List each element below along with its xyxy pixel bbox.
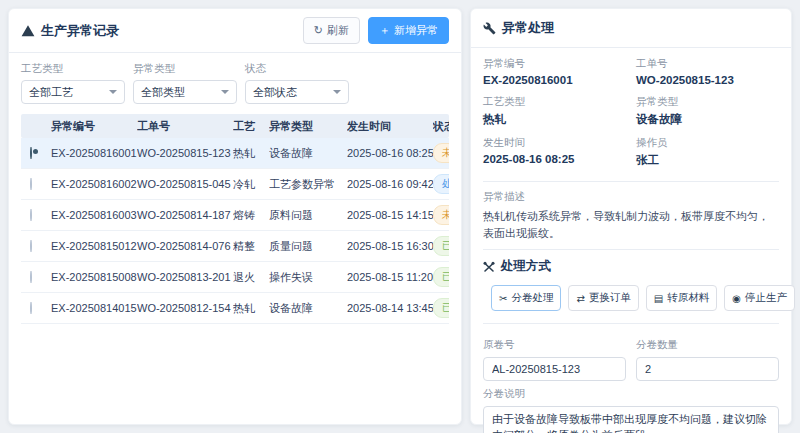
anomaly-type: 质量问题	[269, 239, 347, 254]
chevron-down-icon	[109, 90, 117, 94]
anomaly-id: EX-20250816003	[51, 209, 137, 221]
status-badge: 已处理	[433, 267, 449, 287]
anomaly-id: EX-20250816002	[51, 178, 137, 190]
table-row[interactable]: EX-20250815012 WO-20250814-076 精整 质量问题 2…	[21, 231, 449, 262]
row-radio-button[interactable]	[30, 302, 32, 314]
status-badge: 未处理	[433, 205, 449, 225]
filter-anomaly-label: 异常类型	[133, 62, 237, 76]
filter-anomaly-type: 异常类型 全部类型	[133, 62, 237, 104]
process-type-value: 全部工艺	[29, 85, 73, 100]
occur-time: 2025-08-16 09:42	[347, 178, 433, 190]
process: 热轧	[233, 146, 269, 161]
refresh-label: 刷新	[327, 23, 349, 38]
table-row[interactable]: EX-20250816001 WO-20250815-123 热轧 设备故障 2…	[21, 138, 449, 169]
to-raw-material-button[interactable]: ▤ 转原材料	[646, 285, 717, 311]
filter-process-label: 工艺类型	[21, 62, 125, 76]
row-radio-button[interactable]	[30, 271, 32, 283]
anomaly-type: 设备故障	[269, 301, 347, 316]
occur-time: 2025-08-14 13:45	[347, 302, 433, 314]
coil-number-label: 原卷号	[483, 338, 626, 352]
occur-time: 2025-08-15 16:30	[347, 240, 433, 252]
table-row[interactable]: EX-20250816003 WO-20250814-187 熔铸 原料问题 2…	[21, 200, 449, 231]
process: 冷轧	[233, 177, 269, 192]
refresh-icon: ↻	[314, 24, 323, 37]
stop-production-button[interactable]: ◉ 停止生产	[724, 285, 795, 311]
refresh-button[interactable]: ↻ 刷新	[303, 17, 360, 44]
warning-triangle-icon	[21, 24, 35, 38]
occur-time: 2025-08-15 11:20	[347, 271, 433, 283]
split-quantity-input[interactable]	[636, 357, 779, 381]
detail-label: 异常类型	[636, 95, 779, 109]
divider	[483, 181, 779, 182]
table-row[interactable]: EX-20250815008 WO-20250813-201 退火 操作失误 2…	[21, 262, 449, 293]
right-panel-title: 异常处理	[483, 19, 554, 37]
status-value: 全部状态	[253, 85, 297, 100]
anomaly-id: EX-20250815008	[51, 271, 137, 283]
filter-process-type: 工艺类型 全部工艺	[21, 62, 125, 104]
row-radio-button[interactable]	[30, 209, 32, 221]
to-raw-material-label: 转原材料	[667, 291, 709, 305]
detail-operator: 张工	[636, 153, 779, 168]
anomaly-id: EX-20250814015	[51, 302, 137, 314]
occur-time: 2025-08-16 08:25	[347, 147, 433, 159]
split-note-textarea[interactable]: 由于设备故障导致板带中部出现厚度不均问题，建议切除中间部分，将原卷分为前后两段	[483, 406, 779, 433]
coil-number-input[interactable]	[483, 357, 626, 381]
col-header-order: 工单号	[137, 119, 233, 134]
anomaly-type-select[interactable]: 全部类型	[133, 80, 237, 104]
process: 精整	[233, 239, 269, 254]
split-coil-button[interactable]: ✂ 分卷处理	[491, 285, 561, 311]
col-header-time: 发生时间	[347, 119, 433, 134]
swap-arrows-icon: ⇄	[576, 293, 584, 304]
process-type-select[interactable]: 全部工艺	[21, 80, 125, 104]
anomaly-type: 工艺参数异常	[269, 177, 347, 192]
detail-work-order: WO-20250815-123	[636, 74, 779, 86]
left-panel-title: 生产异常记录	[21, 22, 119, 40]
row-radio-button[interactable]	[30, 147, 32, 159]
col-header-status: 状态	[433, 119, 449, 134]
work-order: WO-20250812-154	[137, 302, 233, 314]
anomaly-type: 操作失误	[269, 270, 347, 285]
table-header-row: 异常编号 工单号 工艺 异常类型 发生时间 状态	[21, 114, 449, 138]
stop-icon: ◉	[732, 293, 741, 304]
change-order-button[interactable]: ⇄ 更换订单	[568, 285, 638, 311]
work-order: WO-20250815-123	[137, 147, 233, 159]
add-anomaly-button[interactable]: ＋ 新增异常	[368, 17, 449, 44]
anomaly-description: 热轧机传动系统异常，导致轧制力波动，板带厚度不均匀，表面出现振纹。	[483, 208, 779, 241]
work-order: WO-20250813-201	[137, 271, 233, 283]
anomaly-table: 异常编号 工单号 工艺 异常类型 发生时间 状态 EX-20250816001 …	[21, 114, 449, 324]
col-header-id: 异常编号	[51, 119, 137, 134]
process: 退火	[233, 270, 269, 285]
row-radio-button[interactable]	[30, 178, 32, 190]
table-row[interactable]: EX-20250816002 WO-20250815-045 冷轧 工艺参数异常…	[21, 169, 449, 200]
detail-occur-time: 2025-08-16 08:25	[483, 153, 626, 165]
status-select[interactable]: 全部状态	[245, 80, 349, 104]
split-note-label: 分卷说明	[483, 387, 779, 401]
material-box-icon: ▤	[654, 293, 663, 304]
anomaly-handling-panel: 异常处理 异常编号 EX-20250816001 工单号 WO-20250815…	[470, 8, 792, 425]
detail-label: 工艺类型	[483, 95, 626, 109]
table-row[interactable]: EX-20250814015 WO-20250812-154 热轧 设备故障 2…	[21, 293, 449, 324]
row-radio-button[interactable]	[30, 240, 32, 252]
detail-label: 发生时间	[483, 136, 626, 150]
scissors-icon: ✂	[499, 293, 507, 304]
detail-label: 工单号	[636, 57, 779, 71]
detail-anomaly-type: 设备故障	[636, 112, 779, 127]
filter-status-label: 状态	[245, 62, 349, 76]
detail-label: 异常编号	[483, 57, 626, 71]
chevron-down-icon	[333, 90, 341, 94]
wrench-icon	[483, 22, 496, 35]
work-order: WO-20250815-045	[137, 178, 233, 190]
divider	[483, 249, 779, 250]
plus-icon: ＋	[379, 23, 390, 38]
col-header-process: 工艺	[233, 119, 269, 134]
occur-time: 2025-08-15 14:15	[347, 209, 433, 221]
right-panel-title-text: 异常处理	[502, 19, 554, 37]
handling-section-title: 处理方式	[483, 258, 779, 275]
status-badge: 处理中	[433, 174, 449, 194]
right-panel-header: 异常处理	[471, 9, 791, 48]
col-header-type: 异常类型	[269, 119, 347, 134]
detail-label: 操作员	[636, 136, 779, 150]
change-order-label: 更换订单	[589, 291, 631, 305]
status-badge: 已处理	[433, 236, 449, 256]
tools-icon	[483, 261, 495, 273]
